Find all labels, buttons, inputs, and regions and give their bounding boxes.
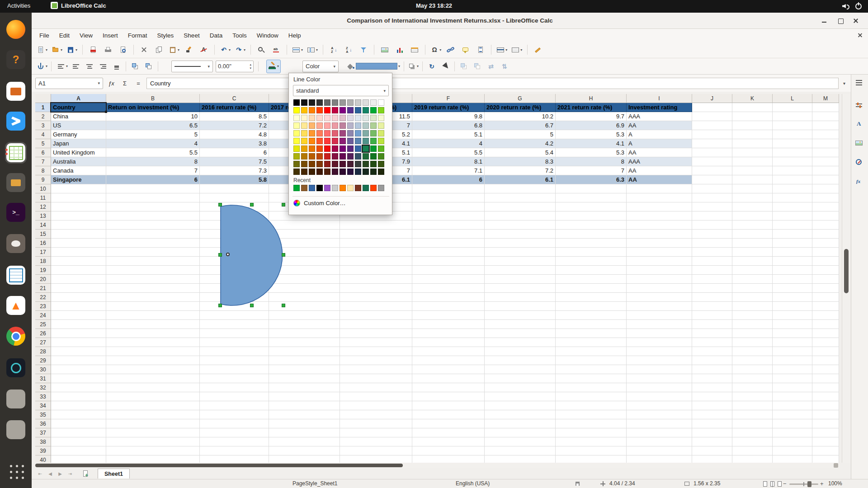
cell-I19[interactable] <box>627 266 692 275</box>
align-bottom-button[interactable] <box>110 60 123 73</box>
color-swatch[interactable] <box>378 138 384 144</box>
color-swatch[interactable] <box>293 115 300 121</box>
cell-F29[interactable] <box>412 356 485 365</box>
cell-M31[interactable] <box>812 374 839 383</box>
color-swatch[interactable] <box>347 145 354 152</box>
row-header-4[interactable]: 4 <box>35 130 51 139</box>
cell-A11[interactable] <box>51 193 106 202</box>
column-header-F[interactable]: F <box>412 94 485 103</box>
insert-special-character-button[interactable]: Ω▾ <box>429 43 443 56</box>
cell-J33[interactable] <box>692 392 732 401</box>
cell-B3[interactable]: 6.5 <box>106 121 200 130</box>
cell-B9[interactable]: 6 <box>106 175 200 184</box>
cell-J24[interactable] <box>692 311 732 320</box>
cell-D24[interactable] <box>269 311 340 320</box>
cell-K36[interactable] <box>732 419 773 428</box>
cell-L40[interactable] <box>773 455 812 463</box>
cell-J37[interactable] <box>692 428 732 437</box>
cell-F23[interactable] <box>412 302 485 311</box>
column-header-H[interactable]: H <box>556 94 627 103</box>
color-swatch[interactable] <box>332 130 338 136</box>
cell-M11[interactable] <box>812 193 839 202</box>
cell-B14[interactable] <box>106 221 200 230</box>
activities-button[interactable]: Activities <box>7 2 30 9</box>
color-swatch[interactable] <box>355 138 361 144</box>
circle-segment-shape[interactable] <box>220 204 286 306</box>
insert-row-button[interactable]: ▾ <box>291 43 304 56</box>
cell-A3[interactable]: US <box>51 121 106 130</box>
color-swatch[interactable] <box>316 115 323 121</box>
cell-A26[interactable] <box>51 329 106 338</box>
dock-item-files[interactable] <box>5 172 27 193</box>
color-swatch[interactable] <box>340 107 346 113</box>
color-swatch[interactable] <box>309 107 315 113</box>
line-color-button[interactable]: ▾ <box>266 60 281 73</box>
align-center-button[interactable] <box>83 60 96 73</box>
cell-C7[interactable]: 7.5 <box>200 157 269 166</box>
vertical-scrollbar[interactable] <box>842 94 850 463</box>
cell-G38[interactable] <box>485 437 556 446</box>
cell-G23[interactable] <box>485 302 556 311</box>
cell-G31[interactable] <box>485 374 556 383</box>
cell-D28[interactable] <box>269 347 340 356</box>
color-swatch[interactable] <box>332 138 338 144</box>
cell-H30[interactable] <box>556 365 627 374</box>
cell-A17[interactable] <box>51 248 106 257</box>
column-header-L[interactable]: L <box>773 94 812 103</box>
color-swatch[interactable] <box>355 122 361 129</box>
next-sheet-button[interactable]: ▶ <box>55 471 65 476</box>
cell-F20[interactable] <box>412 275 485 284</box>
cell-H5[interactable]: 4.1 <box>556 139 627 148</box>
row-header-11[interactable]: 11 <box>35 193 51 202</box>
color-swatch[interactable] <box>316 122 323 129</box>
row-header-13[interactable]: 13 <box>35 211 51 221</box>
cell-B27[interactable] <box>106 338 200 347</box>
cell-H11[interactable] <box>556 193 627 202</box>
cell-L28[interactable] <box>773 347 812 356</box>
cell-A1[interactable]: Country <box>51 103 106 112</box>
row-header-34[interactable]: 34 <box>35 401 51 410</box>
split-window-handle[interactable] <box>834 463 838 468</box>
resize-handle[interactable] <box>282 203 285 206</box>
cell-K31[interactable] <box>732 374 773 383</box>
cell-L31[interactable] <box>773 374 812 383</box>
color-swatch[interactable] <box>340 153 346 160</box>
cell-J5[interactable] <box>692 139 732 148</box>
cell-A34[interactable] <box>51 401 106 410</box>
cell-G34[interactable] <box>485 401 556 410</box>
cell-H27[interactable] <box>556 338 627 347</box>
cell-K7[interactable] <box>732 157 773 166</box>
cell-A28[interactable] <box>51 347 106 356</box>
cell-D34[interactable] <box>269 401 340 410</box>
row-header-20[interactable]: 20 <box>35 275 51 284</box>
zoom-slider-thumb[interactable] <box>807 481 811 487</box>
color-swatch[interactable] <box>309 115 315 121</box>
color-swatch[interactable] <box>340 122 346 129</box>
cell-M5[interactable] <box>812 139 839 148</box>
color-swatch[interactable] <box>370 153 377 160</box>
color-swatch[interactable] <box>309 122 315 129</box>
row-header-18[interactable]: 18 <box>35 257 51 266</box>
cell-D40[interactable] <box>269 455 340 463</box>
cell-L14[interactable] <box>773 221 812 230</box>
cell-I9[interactable]: AA <box>627 175 692 184</box>
cell-I6[interactable]: AA <box>627 148 692 157</box>
minimize-button[interactable] <box>818 15 830 27</box>
cell-F10[interactable] <box>412 184 485 193</box>
cell-K19[interactable] <box>732 266 773 275</box>
row-header-8[interactable]: 8 <box>35 166 51 175</box>
cell-C37[interactable] <box>200 428 269 437</box>
cell-A22[interactable] <box>51 293 106 302</box>
save-button[interactable]: ▾ <box>65 43 79 56</box>
cell-L6[interactable] <box>773 148 812 157</box>
cell-L10[interactable] <box>773 184 812 193</box>
color-swatch[interactable] <box>309 130 315 136</box>
cell-J4[interactable] <box>692 130 732 139</box>
color-swatch[interactable] <box>301 99 307 106</box>
dock-item-gimp[interactable] <box>5 233 27 254</box>
custom-color-button[interactable]: Custom Color… <box>293 200 345 206</box>
cell-C5[interactable]: 3.8 <box>200 139 269 148</box>
cell-G22[interactable] <box>485 293 556 302</box>
select-tool-button[interactable] <box>439 60 452 73</box>
sheet-tab-sheet1[interactable]: Sheet1 <box>98 469 130 479</box>
